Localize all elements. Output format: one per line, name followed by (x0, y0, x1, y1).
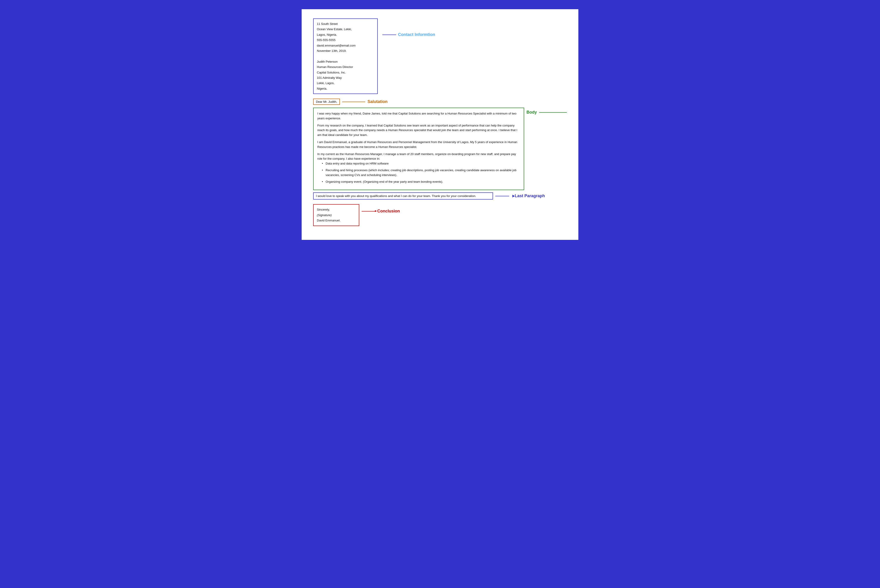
recipient-line: Human Resources Director (317, 64, 374, 70)
contact-line: Lagos, Nigeria. (317, 32, 374, 38)
body-label: Body (526, 110, 537, 115)
contact-info-wrapper: 11 South StreetOcean View Estate, Lekki,… (313, 18, 567, 94)
recipient-line: Lekki, Lagos, (317, 80, 374, 86)
conclusion-line: Sincerely, (317, 207, 356, 212)
conclusion-box: Sincerely,(Signature)David Emmanuel. (313, 204, 359, 226)
contact-line: November 13th, 2019. (317, 48, 374, 54)
contact-arrow-line (382, 34, 396, 35)
salutation-label: Salutation (368, 99, 388, 104)
salutation-text: Dear Mr. Judith, (316, 100, 337, 104)
recipient-line: Nigeria. (317, 86, 374, 91)
salutation-wrapper: Dear Mr. Judith, Salutation (313, 99, 567, 105)
salutation-box: Dear Mr. Judith, (313, 99, 340, 105)
last-para-text: I would love to speak with you about my … (316, 194, 476, 198)
document: 11 South StreetOcean View Estate, Lekki,… (302, 9, 578, 240)
conclusion-arrow (362, 211, 375, 212)
body-section: I was very happy when my friend, Daine J… (313, 108, 567, 190)
recipient-line: 101 Admiralty Way (317, 75, 374, 80)
contact-line: david.emmanuel@email.com (317, 43, 374, 48)
conclusion-line: David Emmanuel. (317, 218, 356, 223)
last-para-arrow (512, 195, 515, 198)
body-paragraph: I am David Emmanuel, a graduate of Human… (317, 140, 520, 150)
contact-label-wrapper: Contact Informtion (378, 18, 435, 37)
contact-info-box: 11 South StreetOcean View Estate, Lekki,… (313, 18, 378, 94)
contact-line: 11 South Street (317, 21, 374, 27)
conclusion-label: Conclusion (377, 209, 400, 214)
recipient-line: Judith Peterson (317, 59, 374, 64)
body-bullet: Recruiting and hiring processes (which i… (322, 168, 520, 178)
contact-line: 555-555-5555 (317, 38, 374, 43)
body-box: I was very happy when my friend, Daine J… (313, 108, 524, 190)
body-paragraph: In my current as the Human Resources Man… (317, 152, 520, 162)
recipient-line: Capital Solutions, Inc. (317, 70, 374, 75)
body-paragraph: From my research on the company, I learn… (317, 123, 520, 138)
contact-info-label: Contact Informtion (398, 32, 435, 37)
conclusion-line: (Signature) (317, 212, 356, 218)
body-label-wrapper: Body (524, 108, 567, 115)
last-para-wrapper: I would love to speak with you about my … (313, 192, 567, 200)
body-paragraph: I was very happy when my friend, Daine J… (317, 111, 520, 121)
conclusion-wrapper: Sincerely,(Signature)David Emmanuel. Con… (313, 204, 567, 226)
body-line (539, 112, 567, 112)
last-para-label: Last Paragraph (515, 194, 545, 198)
last-para-box: I would love to speak with you about my … (313, 192, 493, 200)
conclusion-label-wrapper: Conclusion (359, 204, 400, 214)
contact-line: Ocean View Estate, Lekki, (317, 27, 374, 32)
last-para-line (495, 196, 509, 196)
body-bullet: Data entry and data reporting on HRM sof… (322, 161, 520, 166)
body-bullet: Organizing company event. (Organizing en… (322, 180, 520, 184)
salutation-line (342, 102, 365, 102)
